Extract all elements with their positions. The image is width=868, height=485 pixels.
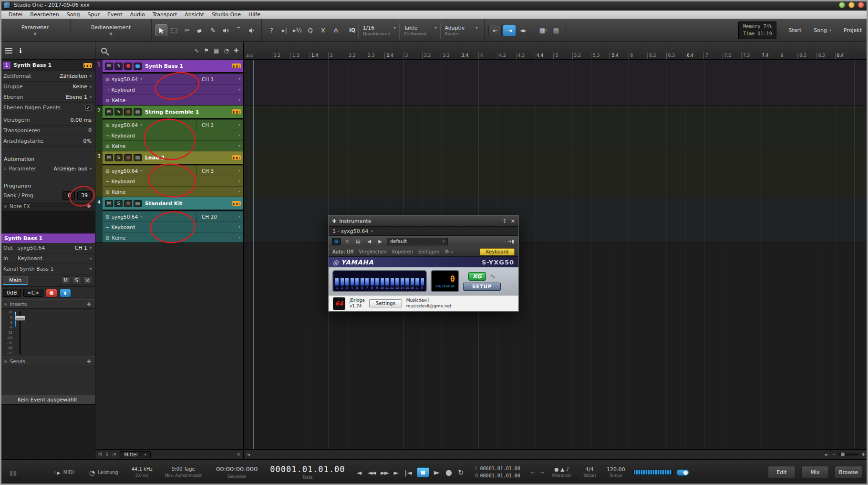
- footer-solo-button[interactable]: S: [106, 452, 109, 457]
- menu-item-ansicht[interactable]: Ansicht: [181, 11, 208, 18]
- footer-clock-icon[interactable]: ◔: [112, 452, 116, 457]
- forward-icon[interactable]: ►: [391, 469, 402, 476]
- menu-item-studio-one[interactable]: Studio One: [208, 11, 245, 18]
- expand-icon[interactable]: ✚: [332, 218, 336, 224]
- goto-start-icon[interactable]: |◄: [402, 469, 414, 476]
- record-arm-button[interactable]: [46, 289, 57, 297]
- compare-button[interactable]: Vergleichen: [359, 249, 387, 254]
- pan-value[interactable]: <C>: [23, 289, 43, 297]
- mute-button[interactable]: M: [105, 154, 113, 161]
- start-page-button[interactable]: Start: [782, 27, 807, 33]
- bedienelement-dropdown[interactable]: Bedienelement▼: [71, 19, 152, 42]
- transfer-icon[interactable]: →▮: [506, 238, 515, 245]
- instrument-icon[interactable]: [232, 109, 241, 114]
- add-insert-icon[interactable]: ✚: [87, 301, 91, 307]
- gruppe-row[interactable]: Gruppe Keine▾: [0, 82, 95, 92]
- keyboard-button[interactable]: Keyboard: [480, 248, 515, 255]
- edit-view-button[interactable]: Edit: [768, 466, 796, 479]
- monitor-button[interactable]: ◖: [60, 289, 71, 297]
- ebenen-row[interactable]: Ebenen Ebene 1▾: [0, 92, 95, 103]
- iq-label[interactable]: IQ: [346, 27, 358, 33]
- note-fx-row[interactable]: ⊙ Note FX ✚: [0, 201, 95, 211]
- in-row[interactable]: In Keyboard ▾: [0, 253, 95, 264]
- timeformat-dropdown[interactable]: Takte▾ Zeitformat: [399, 22, 440, 39]
- instrument-selector[interactable]: 1 - syxg50.64▾: [329, 226, 518, 236]
- power-icon[interactable]: ⊙: [4, 204, 7, 209]
- inspector-menu-icon[interactable]: [5, 48, 12, 53]
- loop-locators[interactable]: L00001.01.01.00 R00001.01.01.00: [475, 465, 520, 479]
- quantize-half-icon[interactable]: ▸½: [291, 24, 303, 36]
- pin-icon[interactable]: ↧: [503, 218, 507, 224]
- anschlagstaerke-row[interactable]: Anschlagstärke 0%: [0, 136, 95, 147]
- out-row[interactable]: Out syxg50.64 CH 1▾: [0, 243, 95, 253]
- kanal-row[interactable]: Kanal Synth Bass 1 ▾: [0, 264, 95, 274]
- grid-icon[interactable]: ▦: [214, 47, 219, 54]
- maximize-icon[interactable]: [848, 2, 855, 8]
- input-row[interactable]: → Keyboard ▾: [103, 130, 243, 140]
- metronome-block[interactable]: ● ▲ ♪ Metronom: [552, 466, 572, 479]
- quantize-button[interactable]: Q: [304, 24, 316, 36]
- output-device-row[interactable]: ▥ syxg50.64▾ CH 1▾: [103, 74, 243, 84]
- preroll-icon[interactable]: ⌐: [528, 470, 537, 475]
- zoom-icon[interactable]: [101, 48, 107, 53]
- bank-prog-row[interactable]: Bank / Prog. 0 39: [0, 190, 95, 201]
- auto-mode[interactable]: Auto: Off: [332, 249, 354, 254]
- timeline-ruler[interactable]: 4/4 1.21.31.422.22.32.433.23.33.444.24.3…: [244, 42, 868, 60]
- mute-button[interactable]: M: [105, 63, 113, 70]
- track-lane[interactable]: [244, 60, 868, 105]
- prog-value[interactable]: 39: [77, 191, 92, 200]
- instrument-icon[interactable]: [232, 155, 241, 160]
- arrow-tool-button[interactable]: [155, 24, 167, 36]
- loop-button[interactable]: ↻: [455, 468, 467, 477]
- midi-channel-select[interactable]: CH 3▾: [196, 166, 240, 176]
- song-page-button[interactable]: Song▾: [807, 27, 837, 33]
- mute-button[interactable]: M: [105, 108, 113, 116]
- settings-button[interactable]: Settings: [369, 299, 402, 307]
- seconds-display[interactable]: 00:00:00.000 Sekunden: [216, 465, 258, 479]
- split-tool-button[interactable]: ✂: [181, 24, 193, 36]
- scroll-right-icon[interactable]: ►: [825, 452, 828, 457]
- tab-main[interactable]: Main: [3, 276, 28, 285]
- inspector-track-header[interactable]: 1 Synth Bass 1: [0, 60, 95, 71]
- info-icon[interactable]: i: [16, 46, 25, 55]
- preset-file-icon[interactable]: ▤: [354, 238, 362, 245]
- stop-button[interactable]: [417, 467, 429, 477]
- channel-header[interactable]: Synth Bass 1: [0, 233, 95, 243]
- menu-item-datei[interactable]: Datei: [5, 11, 26, 18]
- copy-button[interactable]: Kopieren: [392, 249, 413, 254]
- extra-row[interactable]: ▥ Keine ▾: [103, 232, 243, 242]
- instrument-icon[interactable]: [232, 201, 241, 206]
- input-row[interactable]: → Keyboard ▾: [103, 176, 243, 186]
- menu-item-transport[interactable]: Transport: [149, 11, 181, 18]
- list-icon[interactable]: ≡: [237, 452, 240, 457]
- help-button[interactable]: ?: [266, 24, 278, 36]
- close-icon[interactable]: [858, 2, 864, 8]
- zeitformat-row[interactable]: Zeitformat Zählzeiten▾: [0, 71, 95, 82]
- menu-item-audio[interactable]: Audio: [126, 11, 148, 18]
- mix-view-button[interactable]: Mix: [801, 466, 829, 479]
- snap-left-icon[interactable]: ⇤: [488, 25, 502, 36]
- knob-icon[interactable]: ∩: [343, 238, 351, 245]
- play-button[interactable]: ►: [431, 468, 443, 477]
- polarity-icon[interactable]: ⊘: [83, 276, 92, 285]
- extra-row[interactable]: ▥ Keine ▾: [103, 95, 243, 105]
- video-icon[interactable]: ▤: [550, 24, 562, 36]
- prev-preset-icon[interactable]: ◀: [365, 238, 373, 245]
- record-arm-button[interactable]: [124, 63, 132, 70]
- track-header[interactable]: 1 M S Synth Bass 1 ▥ s: [95, 60, 243, 105]
- setup-button[interactable]: SETUP: [463, 283, 501, 291]
- parameter-dropdown[interactable]: Parameter▼: [0, 19, 71, 42]
- meter-toggle[interactable]: [676, 469, 689, 476]
- return-to-start-icon[interactable]: ◄: [354, 469, 365, 476]
- verzoegern-row[interactable]: Verzögern 0.00 ms: [0, 115, 95, 126]
- instrument-window-titlebar[interactable]: ✚ Instrumente ↧ ✕: [329, 216, 518, 226]
- track-header[interactable]: 3 M S Lead 2 ▥ syxg50.: [95, 151, 243, 197]
- record-button[interactable]: ●: [443, 468, 455, 477]
- automation-parameter-row[interactable]: ⊙ Parameter Anzeige: aus▾: [0, 164, 95, 174]
- menu-item-event[interactable]: Event: [103, 11, 126, 18]
- instrument-window[interactable]: ✚ Instrumente ↧ ✕ 1 - syxg50.64▾ ⊙ ∩ ▤ ◀…: [328, 215, 519, 312]
- input-row[interactable]: → Keyboard ▾: [103, 84, 243, 95]
- output-device-row[interactable]: ▥ syxg50.64▾ CH 2▾: [103, 119, 243, 130]
- browse-view-button[interactable]: Browse: [835, 466, 862, 479]
- power-icon[interactable]: ⊙: [332, 238, 341, 245]
